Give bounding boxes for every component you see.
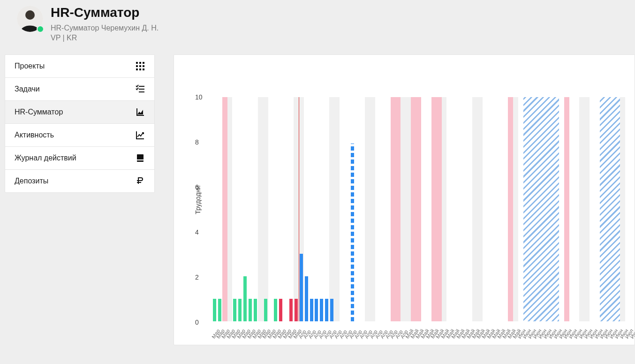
bar-blue_dashed [351,144,354,321]
holiday-band [391,97,396,321]
subtitle-line-2: VP | KR [51,33,159,43]
bar-green [218,299,221,321]
weekend-band [227,97,233,321]
bar-red [295,299,298,321]
weekend-band [263,97,268,321]
weekend-band [406,97,411,321]
sidebar-item-5[interactable]: Депозиты [5,170,154,192]
weekend-band [401,97,406,321]
y-tick: 2 [195,273,199,281]
page-header: HR-Сумматор HR-Сумматор Черемухин Д. Н. … [0,0,635,43]
svg-rect-5 [136,65,138,67]
chart-plot-area [207,97,635,321]
bar-blue [300,254,303,321]
svg-rect-4 [143,62,144,64]
weekend-band [513,97,518,321]
status-dot-online [37,25,44,33]
sidebar-item-4[interactable]: Журнал действий [5,147,154,170]
line-chart-icon [136,130,145,140]
svg-rect-2 [136,62,138,64]
svg-rect-10 [143,68,144,70]
bar-blue [315,299,318,321]
weekend-band [472,97,477,321]
area-chart-icon [136,107,145,117]
weekend-band [334,97,340,321]
holiday-band [508,97,513,321]
holiday-band [564,97,569,321]
sidebar: ПроектыЗадачиHR-СумматорАктивностьЖурнал… [5,54,155,193]
bar-blue [325,299,328,321]
bar-green [233,299,236,321]
svg-rect-7 [143,65,144,67]
weekend-band [294,97,299,321]
bar-green [264,299,267,321]
sidebar-item-label: Журнал действий [15,154,76,162]
bar-green [238,299,242,321]
title-block: HR-Сумматор HR-Сумматор Черемухин Д. Н. … [51,6,159,43]
weekend-band [477,97,483,321]
ruble-icon [136,176,145,186]
sidebar-item-label: Депозиты [15,177,48,185]
y-tick: 6 [195,183,199,191]
avatar [17,6,43,32]
weekend-band [370,97,375,321]
bar-blue [310,299,313,321]
y-tick: 10 [195,93,203,101]
y-tick: 8 [195,138,199,146]
bar-red [279,299,282,321]
grid-icon [136,61,145,71]
bar-blue [330,299,333,321]
bar-green [243,276,247,321]
bar-green [274,299,277,321]
checklist-icon [136,84,145,94]
bar-green [213,299,216,321]
planned-band [600,97,620,321]
holiday-band [431,97,437,321]
x-axis-ticks: МарМарМарМарМарМарМарМарМарМарМарМарМарМ… [207,323,635,342]
weekend-band [579,97,584,321]
sidebar-item-0[interactable]: Проекты [5,55,154,78]
weekend-band [329,97,334,321]
holiday-band [222,97,227,321]
weekend-band [365,97,370,321]
weekend-band [584,97,590,321]
svg-rect-12 [137,159,144,160]
holiday-band [396,97,401,321]
sidebar-item-label: Проекты [15,62,45,70]
sidebar-item-label: HR-Сумматор [15,108,63,116]
planned-band [523,97,559,321]
holiday-band [416,97,421,321]
svg-rect-3 [139,62,141,64]
svg-rect-9 [139,68,141,70]
weekend-band [258,97,263,321]
bar-green [249,299,252,321]
svg-point-1 [25,10,35,20]
subtitle-line-1: HR-Сумматор Черемухин Д. Н. [51,23,159,33]
bar-red [289,299,293,321]
svg-rect-6 [139,65,141,67]
chart-panel: Трудодни 0246810 МарМарМарМарМарМарМарМа… [174,54,635,345]
svg-rect-11 [137,154,144,162]
sidebar-item-2[interactable]: HR-Сумматор [5,101,154,124]
today-marker [299,97,299,321]
svg-rect-8 [136,68,138,70]
sidebar-item-label: Задачи [15,85,40,93]
weekend-band [442,97,447,321]
sidebar-item-label: Активность [15,131,54,139]
page-title: HR-Сумматор [51,6,159,20]
holiday-band [437,97,442,321]
weekend-band [620,97,625,321]
bar-blue [305,276,308,321]
sidebar-item-3[interactable]: Активность [5,124,154,147]
bar-blue [320,299,323,321]
holiday-band [411,97,416,321]
y-tick: 0 [195,318,199,326]
book-icon [136,153,145,163]
bar-green [254,299,257,321]
y-tick: 4 [195,228,199,236]
sidebar-item-1[interactable]: Задачи [5,78,154,101]
